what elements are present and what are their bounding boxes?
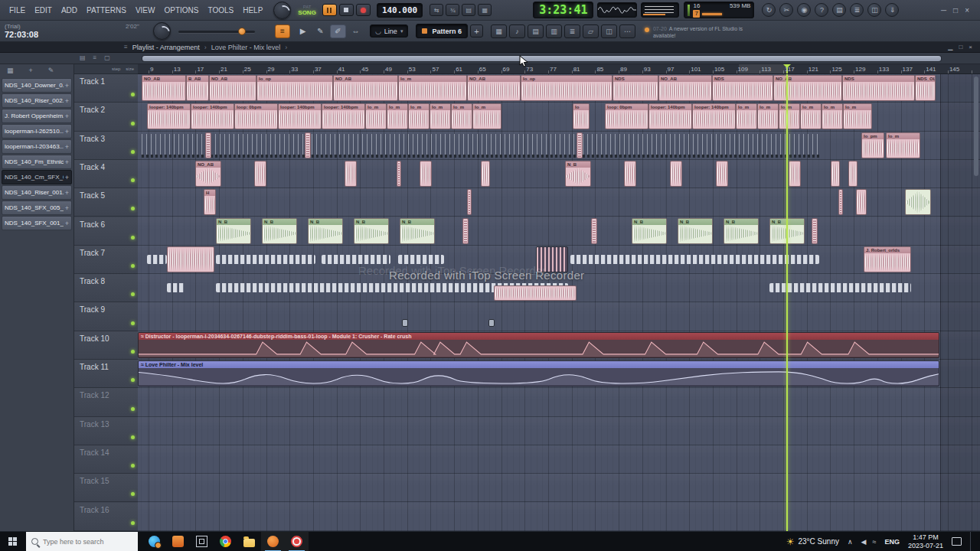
clip-audio[interactable]: lo_m [779,103,800,129]
automation-clip[interactable]: ≈ Love Philter - Mix level [138,360,939,386]
clip-diamond[interactable]: N_B [565,161,591,187]
clip-audio[interactable]: lo_m [800,103,822,129]
snap-selector[interactable]: ◡ Line ▾ [370,24,408,37]
clip-audio[interactable] [345,161,357,187]
track-led[interactable] [131,292,135,296]
clip-audiolow[interactable] [494,285,577,301]
clip-audio[interactable]: NO_AB [333,75,398,101]
clip-audio[interactable] [716,161,728,187]
track-lane[interactable] [138,503,980,531]
playlist-titlebar[interactable]: ≡ Playlist - Arrangement › Love Philter … [0,42,980,53]
move-handle-icon[interactable]: + [65,220,69,227]
clip-audio[interactable]: J. Robert_orlds [864,246,911,272]
menu-view[interactable]: VIEW [131,6,160,15]
record-audio-icon[interactable]: ◉ [797,3,811,17]
clip-audio[interactable]: looper: 140bpm [648,103,692,129]
track-header[interactable]: Track 7 [74,246,138,274]
zoom-fit-icon[interactable]: ▢ [104,54,110,61]
clip-audio[interactable] [831,161,840,187]
track-header[interactable]: Track 14 [74,445,138,474]
track-lane[interactable]: lo_pmlo_m [138,132,980,160]
sample-item[interactable]: NDS_140_Riser_002...+ [2,93,72,108]
help-icon[interactable]: ? [815,3,828,17]
move-handle-icon[interactable]: + [65,189,69,197]
track-led[interactable] [131,178,135,182]
paint-tool[interactable]: ✐ [330,24,346,38]
clip-audio[interactable]: NDS [612,75,658,101]
clip-decay[interactable]: N_B [354,218,389,244]
clip-thin[interactable] [577,132,583,158]
maximize-button[interactable]: □ [953,6,958,15]
clip-audio[interactable] [848,161,858,187]
clip-decay[interactable]: N_B [262,218,297,244]
render-icon[interactable]: ⇓ [885,3,899,17]
track-lane[interactable] [138,388,980,416]
clip-blocks[interactable] [769,283,911,292]
select-tool[interactable]: ▶ [295,24,311,38]
main-volume-knob[interactable] [153,22,171,40]
itop-recorder-icon[interactable] [285,532,309,551]
sample-item[interactable]: NDS_140_Cm_SFX_0...+ [2,170,72,184]
clip-audio[interactable]: lo_op [256,75,333,101]
piano-roll-icon[interactable]: ♪ [509,24,525,38]
clip-thin[interactable] [305,132,311,158]
move-handle-icon[interactable]: + [65,174,69,181]
edge-browser-icon[interactable] [142,532,166,551]
clip-audio[interactable] [420,161,432,187]
track-lane[interactable]: ≈ Love Philter - Mix level [138,360,980,388]
pattern-block-button[interactable]: ≡ [275,24,290,38]
clip-audio[interactable]: NO_AB [773,75,842,101]
sample-item[interactable]: NDS_140_SFX_001_4...+ [2,216,72,230]
track-led[interactable] [131,207,135,210]
move-handle-icon[interactable]: + [65,128,69,135]
clip-audio[interactable]: looper: 140bpm [692,103,736,129]
clip-thin[interactable] [812,218,818,244]
more-icon[interactable]: ⋯ [619,24,635,38]
fl-studio-icon[interactable] [261,532,285,551]
track-led[interactable] [131,236,135,240]
record-button[interactable] [356,4,371,16]
clip-decay[interactable]: N_B [724,218,759,244]
menu-add[interactable]: ADD [57,6,82,15]
track-lane[interactable]: NO_ABN_B [138,160,980,188]
clip-blocks[interactable] [398,255,444,264]
clip-audio[interactable]: NDS_OLAB [915,75,936,101]
pattern-selector[interactable]: Pattern 6 [416,24,468,38]
start-button[interactable] [0,532,26,551]
clip-diamond[interactable]: NO_AB [195,161,221,187]
shuffle-icon[interactable]: ⇆ [430,4,443,16]
pattern-picker-icon[interactable]: ≡ [93,54,97,61]
menu-patterns[interactable]: PATTERNS [82,6,131,15]
playlist-menu-icon[interactable]: ≡ [124,44,128,51]
menu-edit[interactable]: EDIT [30,6,57,15]
move-handle-icon[interactable]: + [65,97,69,105]
track-lane[interactable]: H [138,188,980,217]
clip-decay[interactable]: N_B [308,218,343,244]
clip-audio[interactable] [481,161,490,187]
clip-audio[interactable]: lo_m [736,103,757,129]
horizontal-scrollbar[interactable] [142,55,942,62]
track-lane[interactable]: ≈ Distructor - looperman-l-2034634-02671… [138,331,980,360]
playlist-maximize-button[interactable]: □ [959,44,962,51]
track-lane[interactable]: looper: 140bpmlooper: 140bpmloop: 0bpmlo… [138,103,980,131]
track-header[interactable]: Track 2 [74,103,138,131]
clip-blocks[interactable] [147,255,167,264]
clip-densewave[interactable] [167,246,214,272]
playlist-minimize-button[interactable]: ▁ [948,44,952,51]
track-header[interactable]: Track 9 [74,302,138,331]
clip-blocks[interactable] [322,255,390,264]
clip-audio[interactable]: looper: 140bpm [147,103,191,129]
midi-keyboard-icon[interactable]: ▤ [832,3,846,17]
stop-button[interactable] [339,4,354,16]
track-led[interactable] [131,378,135,382]
clip-audio[interactable]: lo_m [822,103,843,129]
sample-item[interactable]: looperman-l-203463...+ [2,139,72,154]
track-header[interactable]: Track 4 [74,160,138,188]
playhead[interactable] [786,74,788,531]
clip-audio[interactable]: loop: 0bpm [234,103,278,129]
clip-audio[interactable]: lo_m [886,132,920,158]
track-led[interactable] [131,407,135,411]
playlist-menu-icon[interactable]: ▤ [80,54,86,61]
pat-song-switch[interactable]: PAT SONG [298,4,316,16]
sample-item[interactable]: looperman-l-262510...+ [2,124,72,139]
